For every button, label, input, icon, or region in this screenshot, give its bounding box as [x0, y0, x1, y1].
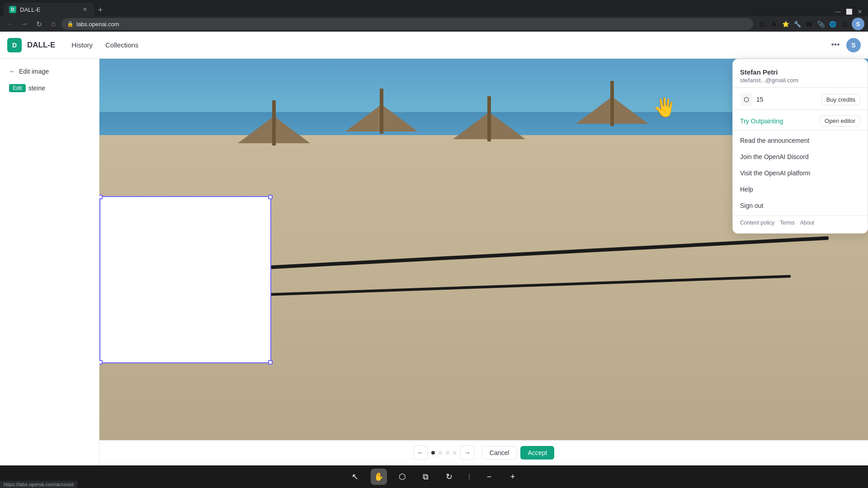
outpainting-left: Try Outpainting [740, 117, 783, 125]
dropdown-email: stefanst...@gmail.com [740, 77, 860, 84]
new-tab-button[interactable]: + [94, 4, 107, 16]
umbrella-2 [345, 104, 418, 131]
header-actions: ••• S [828, 38, 861, 52]
ext-icon-6[interactable]: 📎 [816, 19, 826, 29]
browser-chrome: D DALL-E ✕ + — ⬜ ✕ ← → ↻ ⌂ 🔒 labs.openai… [0, 0, 868, 32]
dot-1 [431, 451, 435, 455]
minimize-button[interactable]: — [834, 7, 843, 16]
footer-content-policy[interactable]: Content policy [740, 220, 774, 226]
browser-tab[interactable]: D DALL-E ✕ [4, 3, 94, 16]
status-bar: https://labs.openai.com/account [0, 481, 77, 488]
ssl-lock-icon: 🔒 [67, 21, 74, 27]
browser-profile-button[interactable]: S [852, 18, 864, 30]
back-button[interactable]: ← Edit image [5, 64, 94, 79]
ext-icon-8[interactable]: ⬡ [839, 19, 850, 29]
nav-history[interactable]: History [66, 38, 98, 52]
action-buttons: Cancel Accept [482, 446, 554, 460]
back-nav-button[interactable]: ← [4, 18, 16, 30]
selection-box[interactable] [99, 196, 271, 363]
tab-favicon: D [9, 6, 16, 13]
extension-icons: ⬡ A ⭐ 🔧 W 📎 🌐 ⬡ [757, 19, 850, 29]
ext-icon-1[interactable]: ⬡ [757, 19, 768, 29]
user-dropdown-menu: Stefan Petri stefanst...@gmail.com ⬡ 15 … [732, 59, 868, 234]
status-url: https://labs.openai.com/account [4, 482, 74, 487]
ext-icon-7[interactable]: 🌐 [827, 19, 838, 29]
app-nav: History Collections [66, 38, 144, 52]
selection-handle-bottomleft[interactable] [99, 360, 103, 365]
crop-tool-button[interactable]: ⧉ [418, 469, 434, 485]
tab-close-button[interactable]: ✕ [81, 6, 89, 13]
app-layout: D DALL-E History Collections ••• S Stefa… [0, 32, 868, 488]
menu-item-signout[interactable]: Sign out [733, 197, 868, 214]
outpainting-row: Try Outpainting Open editor [733, 112, 868, 131]
dot-2 [439, 451, 442, 455]
umbrella-4 [576, 97, 648, 124]
left-sidebar: ← Edit image Edit steine [0, 59, 99, 465]
reload-button[interactable]: ↻ [33, 18, 45, 30]
menu-item-announcement[interactable]: Read the announcement [733, 132, 868, 149]
navigation-dots: ← → [413, 446, 475, 460]
tab-bar: D DALL-E ✕ + — ⬜ ✕ [0, 0, 868, 16]
footer-about[interactable]: About [800, 220, 814, 226]
edit-badge: Edit [9, 84, 26, 92]
home-button[interactable]: ⌂ [47, 18, 60, 30]
address-bar-row: ← → ↻ ⌂ 🔒 labs.openai.com ⬡ A ⭐ 🔧 W 📎 🌐 … [0, 16, 868, 32]
selection-handle-bottomright[interactable] [268, 360, 273, 365]
try-outpainting-badge: Try Outpainting [740, 117, 783, 125]
edit-input-row: Edit steine [5, 82, 94, 94]
forward-nav-button[interactable]: → [18, 18, 31, 30]
dropdown-header: Stefan Petri stefanst...@gmail.com [733, 63, 868, 88]
nav-collections[interactable]: Collections [100, 38, 144, 52]
tab-title: DALL-E [20, 6, 41, 13]
cancel-button[interactable]: Cancel [482, 446, 517, 460]
user-avatar-button[interactable]: S [846, 38, 861, 52]
credits-icon: ⬡ [740, 93, 753, 106]
prev-arrow-button[interactable]: ← [413, 446, 428, 460]
dot-3 [446, 451, 449, 455]
menu-item-platform[interactable]: Visit the OpenAI platform [733, 165, 868, 181]
icon-toolbar: ↖ ✋ ⬡ ⧉ ↻ | − + [0, 465, 868, 488]
zoom-plus-button[interactable]: + [505, 469, 521, 485]
ext-icon-4[interactable]: 🔧 [792, 19, 803, 29]
app-logo: D [7, 38, 22, 52]
accept-button[interactable]: Accept [520, 446, 554, 460]
next-arrow-button[interactable]: → [460, 446, 475, 460]
edit-value: steine [28, 84, 45, 92]
ext-icon-3[interactable]: ⭐ [780, 19, 791, 29]
buy-credits-button[interactable]: Buy credits [821, 94, 860, 105]
umbrella-3 [453, 112, 525, 139]
cursor-tool-button[interactable]: ↖ [347, 469, 363, 485]
lasso-tool-button[interactable]: ⬡ [394, 469, 410, 485]
credits-count: 15 [756, 96, 764, 103]
footer-terms[interactable]: Terms [780, 220, 795, 226]
dropdown-footer: Content policy Terms About [733, 216, 868, 230]
address-bar[interactable]: 🔒 labs.openai.com [61, 18, 753, 30]
dot-4 [453, 451, 457, 455]
menu-item-discord[interactable]: Join the OpenAI Discord [733, 149, 868, 165]
header-dots-button[interactable]: ••• [828, 38, 843, 52]
credits-row: ⬡ 15 Buy credits [733, 89, 868, 110]
open-editor-button[interactable]: Open editor [820, 115, 860, 127]
umbrella-1 [238, 116, 310, 143]
zoom-minus-button[interactable]: − [481, 469, 497, 485]
app-name: DALL-E [27, 41, 55, 50]
dropdown-username: Stefan Petri [740, 68, 860, 76]
hand-tool-button[interactable]: ✋ [371, 469, 387, 485]
selection-handle-topleft[interactable] [99, 195, 103, 199]
back-arrow-icon: ← [9, 68, 15, 75]
url-text: labs.openai.com [76, 21, 748, 28]
close-window-button[interactable]: ✕ [855, 7, 864, 16]
ext-icon-2[interactable]: A [769, 19, 779, 29]
refresh-tool-button[interactable]: ↻ [441, 469, 458, 485]
maximize-button[interactable]: ⬜ [844, 7, 854, 16]
credits-left: ⬡ 15 [740, 93, 764, 106]
bottom-toolbar: ← → Cancel Accept [99, 440, 868, 465]
menu-item-help[interactable]: Help [733, 181, 868, 197]
back-label: Edit image [19, 68, 49, 75]
ext-icon-5[interactable]: W [804, 19, 815, 29]
selection-handle-topright[interactable] [268, 195, 273, 199]
app-header: D DALL-E History Collections ••• S Stefa… [0, 32, 868, 59]
tab-controls: — ⬜ ✕ [834, 7, 868, 16]
